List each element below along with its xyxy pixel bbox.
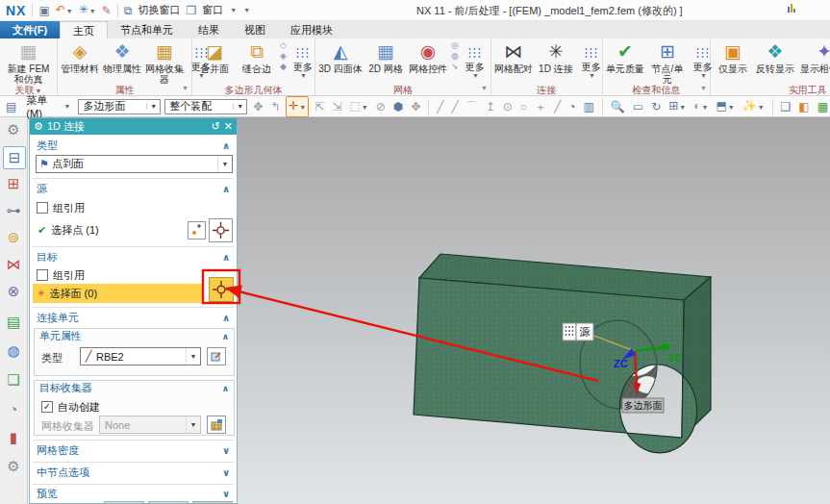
select-point-button[interactable] xyxy=(209,218,233,242)
collapse-chevron-icon[interactable]: ∧ xyxy=(222,332,229,341)
point-dialog-button[interactable] xyxy=(188,221,206,239)
fit-view-icon[interactable]: 🔍 xyxy=(609,98,627,115)
tab-file[interactable]: 文件(F) xyxy=(0,21,60,38)
target-group-reference-checkbox[interactable]: 组引用 xyxy=(37,268,85,282)
edit-element-properties-button[interactable] xyxy=(207,347,226,365)
merge-face-button[interactable]: ◪ 合并面 xyxy=(193,39,236,75)
section-target[interactable]: 目标∧ xyxy=(30,249,237,265)
expand-chevron-icon[interactable]: ∨ xyxy=(222,467,230,478)
new-collector-button[interactable] xyxy=(207,416,226,434)
snap-grid-icon[interactable]: ▥ xyxy=(582,98,596,115)
polygon-more-button[interactable]: 更多▼ xyxy=(289,39,317,80)
manage-materials-button[interactable]: ◈ 管理材料 xyxy=(59,39,101,75)
dialog-title-bar[interactable]: ⚙ 1D 连接 ↺ ✕ xyxy=(30,118,237,135)
snap-arc-icon[interactable]: ⌒ xyxy=(465,98,480,115)
section-source[interactable]: 源∧ xyxy=(30,181,237,196)
collapse-chevron-icon[interactable]: ∧ xyxy=(222,313,230,323)
show-only-button[interactable]: ▣ 仅显示 xyxy=(712,39,754,75)
previous-selection-icon[interactable]: ↰ xyxy=(268,98,282,115)
snap-center-icon[interactable]: ⊙ xyxy=(501,98,515,115)
resource-settings-icon[interactable]: ⚙ xyxy=(3,119,24,140)
connections-more-button[interactable]: 更多▼ xyxy=(577,39,606,80)
2d-mesh-button[interactable]: ▦ 2D 网格 xyxy=(365,39,407,75)
collapse-chevron-icon[interactable]: ∧ xyxy=(222,252,230,263)
reuse-library-icon[interactable]: ▤ xyxy=(3,312,24,333)
mesh-mating-button[interactable]: ⋈ 网格配对 xyxy=(492,39,535,75)
assembly-navigator-icon[interactable]: ⊶ xyxy=(3,200,24,221)
snap-point-icon[interactable]: ✳▼ xyxy=(79,4,96,17)
new-fem-simulation-button[interactable]: ▦ 新建 FEM 和仿真 xyxy=(1,39,56,86)
switch-window-button[interactable]: 切换窗口 xyxy=(138,3,180,17)
orient-view-icon[interactable]: ⬒▼ xyxy=(714,97,736,116)
stitch-edge-button[interactable]: ⧉ 缝合边 xyxy=(236,39,278,75)
invert-shown-button[interactable]: ❖ 反转显示 xyxy=(754,39,796,75)
element-type-dropdown[interactable]: ╱ RBE2 ▼ xyxy=(80,347,201,365)
snap-quadrant-icon[interactable]: ◔ xyxy=(566,98,577,115)
dropdown-arrow-icon[interactable]: ▼ xyxy=(186,348,200,365)
tab-nodes-elements[interactable]: 节点和单元 xyxy=(108,21,186,38)
mesh-tool-icon[interactable]: ➘ xyxy=(451,63,459,71)
mesh-tool-icon[interactable]: ◎ xyxy=(451,41,459,50)
color-legend-icon[interactable]: ▮ xyxy=(3,427,24,448)
history-file-icon[interactable]: ❏ xyxy=(3,369,24,391)
snap-endpoint-icon[interactable]: ╱ xyxy=(435,98,445,115)
expand-chevron-icon[interactable]: ∨ xyxy=(222,445,230,456)
physical-properties-button[interactable]: ❖ 物理属性 xyxy=(101,39,143,75)
render-style-icon[interactable]: ◐▼ xyxy=(692,97,710,116)
auto-create-checkbox[interactable]: ✓ 自动创建 xyxy=(41,400,100,414)
web-browser-icon[interactable]: ◍ xyxy=(3,340,24,362)
source-group-reference-checkbox[interactable]: 组引用 xyxy=(37,201,85,214)
tab-home[interactable]: 主页 xyxy=(60,21,108,38)
checkbox-unchecked[interactable] xyxy=(37,202,48,214)
select-face-row[interactable]: ✳ 选择面 (0) xyxy=(33,284,203,303)
switch-window-icon[interactable]: ⧉ xyxy=(124,5,133,16)
window-button[interactable]: 窗口 xyxy=(202,3,223,17)
snap-point-on-curve-icon[interactable]: ╱ xyxy=(552,98,563,115)
combo-arrow-icon[interactable]: ▼ xyxy=(146,103,160,110)
target-collector-header[interactable]: 目标收集器∧ xyxy=(35,381,234,395)
visual-report-icon[interactable]: ◧ xyxy=(796,98,811,115)
section-midnode-options[interactable]: 中节点选项∨ xyxy=(30,465,237,480)
show-adjacent-button[interactable]: ✦ 显示相邻的 xyxy=(796,39,830,75)
solid-block[interactable] xyxy=(414,254,711,453)
section-type[interactable]: 类型∧ xyxy=(30,138,237,153)
expand-chevron-icon[interactable]: ∨ xyxy=(222,489,230,499)
section-preview[interactable]: 预览∨ xyxy=(30,486,237,501)
tab-application-modules[interactable]: 应用模块 xyxy=(278,21,345,38)
stop-selection-icon[interactable]: ⊘ xyxy=(374,98,388,115)
rotate-view-icon[interactable]: ↻ xyxy=(649,98,663,115)
mesh-tool-icon[interactable]: ◍ xyxy=(451,52,459,61)
solid-select-icon[interactable]: ⬢ xyxy=(391,98,405,115)
select-point-row[interactable]: ✔ 选择点 (1) xyxy=(33,220,203,239)
brush-icon[interactable]: ✎ xyxy=(102,5,112,16)
effects-icon[interactable]: ✨▼ xyxy=(741,97,767,116)
element-properties-header[interactable]: 单元属性∧ xyxy=(35,329,234,343)
snap-point-toggle-icon[interactable]: ✛▼ xyxy=(286,96,309,117)
mesh-control-button[interactable]: ◉ 网格控件 xyxy=(407,39,449,75)
qat-overflow-arrow[interactable]: ▼ xyxy=(243,7,250,13)
customize-icon[interactable]: ⚙ xyxy=(3,456,24,477)
node-element-info-button[interactable]: ⊞ 节点/单元 xyxy=(646,39,689,86)
element-quality-button[interactable]: ✔ 单元质量 xyxy=(604,39,646,75)
select-face-button[interactable] xyxy=(209,277,234,302)
type-filter-combo[interactable]: 多边形面▼ xyxy=(78,99,161,114)
menu-button[interactable]: 菜单(M)▼ xyxy=(22,92,74,120)
layer-grid-icon[interactable]: ▦ xyxy=(816,98,830,115)
tab-view[interactable]: 视图 xyxy=(232,21,278,38)
polygon-tool-icon[interactable]: ◆ xyxy=(280,63,287,71)
mating-navigator-icon[interactable]: ⋈ xyxy=(3,254,24,275)
rectangle-select-icon[interactable]: ⬚▼ xyxy=(347,97,369,116)
graphics-viewport[interactable]: 源 YC XC ZC 多边形面 xyxy=(238,117,830,504)
collapse-chevron-icon[interactable]: ∧ xyxy=(222,140,230,151)
collapse-chevron-icon[interactable]: ∧ xyxy=(222,384,229,393)
source-point-label[interactable]: 源 xyxy=(563,323,593,340)
1d-connection-button[interactable]: ✳ 1D 连接 xyxy=(535,39,577,75)
tab-results[interactable]: 结果 xyxy=(186,21,232,38)
window-tile-icon[interactable]: ❑ xyxy=(779,98,793,115)
section-connection-element[interactable]: 连接单元∧ xyxy=(30,310,237,325)
window-icon[interactable]: ❐ xyxy=(186,5,196,16)
dialog-close-icon[interactable]: ✕ xyxy=(224,121,233,132)
undo-icon[interactable]: ↶▼ xyxy=(56,4,73,17)
checkbox-unchecked[interactable] xyxy=(37,269,48,281)
polygon-tool-icon[interactable]: ◇ xyxy=(280,41,287,50)
